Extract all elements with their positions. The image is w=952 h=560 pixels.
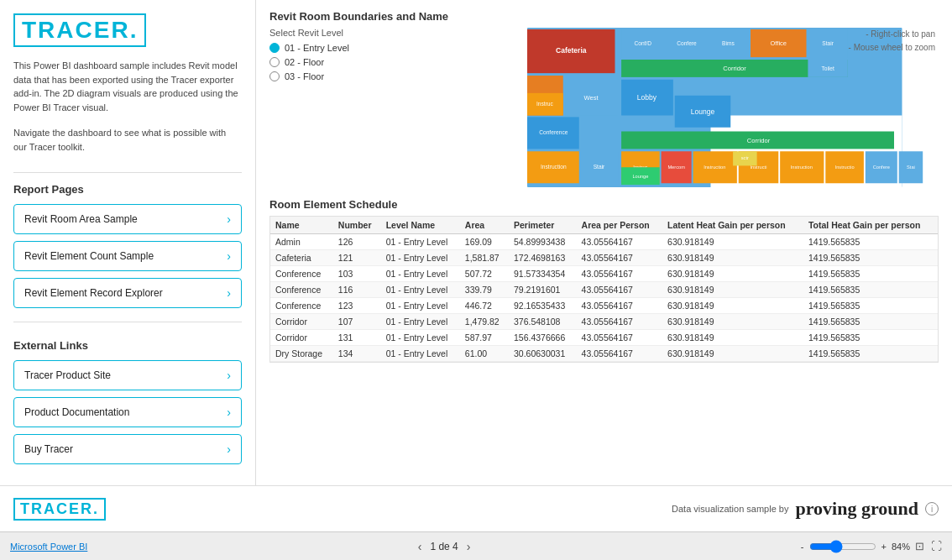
- powerbi-link[interactable]: Microsoft Power BI: [10, 542, 87, 552]
- svg-text:Cafeteria: Cafeteria: [556, 46, 587, 55]
- footer-tracer-logo: TRACER.: [13, 498, 106, 521]
- proving-ground-label: proving ground: [795, 498, 918, 520]
- level-select-panel: Select Revit Level 01 - Entry Level02 - …: [269, 28, 379, 190]
- radio-circle-level-03: [269, 71, 280, 81]
- table-cell: Cafeteria: [270, 250, 333, 266]
- table-cell: Conference: [270, 282, 333, 298]
- sidebar: TRACER. This Power BI dashboard sample i…: [0, 0, 256, 485]
- zoom-plus-label: +: [881, 542, 887, 552]
- table-cell: 01 - Entry Level: [381, 330, 460, 346]
- table-cell: 1419.565835: [803, 266, 938, 282]
- arrow-icon: ›: [227, 369, 231, 382]
- prev-page-button[interactable]: ‹: [418, 540, 422, 553]
- col-header: Area: [460, 217, 509, 234]
- table-cell: 121: [333, 250, 381, 266]
- zoom-slider[interactable]: [809, 540, 876, 553]
- nav-label: Revit Room Area Sample: [24, 213, 138, 225]
- radio-level-01[interactable]: 01 - Entry Level: [269, 43, 379, 53]
- hint-text: - Right-click to pan - Mouse wheel to zo…: [849, 28, 935, 55]
- table-cell: 339.79: [460, 282, 509, 298]
- table-row: Conference10301 - Entry Level507.7291.57…: [270, 266, 938, 282]
- content-inner: Revit Room Boundaries and Name Select Re…: [256, 0, 952, 485]
- table-cell: 1419.565835: [803, 250, 938, 266]
- table-cell: 131: [333, 330, 381, 346]
- svg-text:sctr: sctr: [741, 155, 749, 160]
- floor-plan-area[interactable]: - Right-click to pan - Mouse wheel to zo…: [387, 28, 939, 190]
- table-cell: 1419.565835: [803, 314, 938, 330]
- table-cell: 43.05564167: [577, 250, 662, 266]
- table-cell: 01 - Entry Level: [381, 346, 460, 362]
- radio-level-03[interactable]: 03 - Floor: [269, 71, 379, 81]
- table-cell: 630.918149: [662, 282, 803, 298]
- table-cell: 134: [333, 346, 381, 362]
- sidebar-item-revit-room-area[interactable]: Revit Room Area Sample›: [13, 204, 242, 234]
- table-cell: 507.72: [460, 266, 509, 282]
- table-cell: 630.918149: [662, 298, 803, 314]
- table-cell: 1419.565835: [803, 330, 938, 346]
- table-cell: 92.16535433: [509, 298, 577, 314]
- table-cell: 126: [333, 234, 381, 250]
- radio-circle-level-01: [269, 43, 280, 53]
- divider1: [13, 172, 242, 173]
- external-buttons: Tracer Product Site›Product Documentatio…: [13, 360, 242, 464]
- svg-text:Conf/D: Conf/D: [634, 40, 651, 46]
- table-cell: 43.05564167: [577, 314, 662, 330]
- footer-right: Data visualization sample by proving gro…: [672, 498, 939, 520]
- table-row: Corridor10701 - Entry Level1,479.82376.5…: [270, 314, 938, 330]
- sidebar-description: This Power BI dashboard sample includes …: [13, 59, 242, 114]
- external-item-tracer-product-site[interactable]: Tracer Product Site›: [13, 360, 242, 390]
- table-cell: 43.05564167: [577, 266, 662, 282]
- fullscreen-button[interactable]: ⛶: [931, 540, 942, 552]
- powerbi-bar: Microsoft Power BI ‹ 1 de 4 › - + 84% ⊡ …: [0, 531, 952, 560]
- table-cell: 169.09: [460, 234, 509, 250]
- sidebar-logo: TRACER.: [13, 13, 242, 47]
- col-header: Name: [270, 217, 333, 234]
- svg-text:Lounge: Lounge: [691, 107, 715, 116]
- svg-text:Conference: Conference: [539, 129, 568, 135]
- table-cell: 1,479.82: [460, 314, 509, 330]
- external-item-buy-tracer[interactable]: Buy Tracer›: [13, 434, 242, 464]
- external-item-product-documentation[interactable]: Product Documentation›: [13, 397, 242, 427]
- next-page-button[interactable]: ›: [467, 540, 471, 553]
- viz-section: Revit Room Boundaries and Name Select Re…: [269, 10, 939, 190]
- table-cell: 43.05564167: [577, 298, 662, 314]
- table-cell: Corridor: [270, 330, 333, 346]
- nav-label: Revit Element Count Sample: [24, 250, 154, 262]
- table-cell: 01 - Entry Level: [381, 314, 460, 330]
- info-icon[interactable]: i: [925, 502, 939, 516]
- table-cell: 01 - Entry Level: [381, 266, 460, 282]
- sidebar-item-revit-element-count[interactable]: Revit Element Count Sample›: [13, 241, 242, 271]
- external-links-section: External Links Tracer Product Site›Produ…: [13, 336, 242, 471]
- viz-container: Select Revit Level 01 - Entry Level02 - …: [269, 28, 939, 190]
- col-header: Total Heat Gain per person: [803, 217, 938, 234]
- content-area: Revit Room Boundaries and Name Select Re…: [256, 0, 952, 485]
- table-wrapper[interactable]: NameNumberLevel NameAreaPerimeterArea pe…: [269, 216, 939, 363]
- arrow-icon: ›: [227, 212, 231, 226]
- table-cell: 103: [333, 266, 381, 282]
- table-cell: Admin: [270, 234, 333, 250]
- table-cell: 630.918149: [662, 234, 803, 250]
- radio-label-level-02: 02 - Floor: [285, 57, 324, 67]
- table-cell: 1,581.87: [460, 250, 509, 266]
- table-section: Room Element Schedule NameNumberLevel Na…: [269, 198, 939, 475]
- nav-buttons: Revit Room Area Sample›Revit Element Cou…: [13, 204, 242, 315]
- table-cell: 01 - Entry Level: [381, 282, 460, 298]
- radio-circle-level-02: [269, 57, 280, 67]
- table-cell: 630.918149: [662, 330, 803, 346]
- svg-text:Lobby: Lobby: [637, 93, 657, 102]
- sidebar-item-revit-element-record[interactable]: Revit Element Record Explorer›: [13, 278, 242, 308]
- level-select-title: Select Revit Level: [269, 28, 379, 38]
- radio-level-02[interactable]: 02 - Floor: [269, 57, 379, 67]
- table-cell: 1419.565835: [803, 298, 938, 314]
- fit-page-button[interactable]: ⊡: [915, 540, 924, 552]
- table-cell: 630.918149: [662, 314, 803, 330]
- table-cell: 61.00: [460, 346, 509, 362]
- page-nav: ‹ 1 de 4 ›: [418, 540, 471, 553]
- table-cell: 30.60630031: [509, 346, 577, 362]
- arrow-icon: ›: [227, 249, 231, 263]
- table-row: Conference11601 - Entry Level339.7979.21…: [270, 282, 938, 298]
- table-cell: 630.918149: [662, 250, 803, 266]
- table-cell: 43.05564167: [577, 346, 662, 362]
- page-info: 1 de 4: [430, 541, 458, 552]
- table-cell: 43.05564167: [577, 330, 662, 346]
